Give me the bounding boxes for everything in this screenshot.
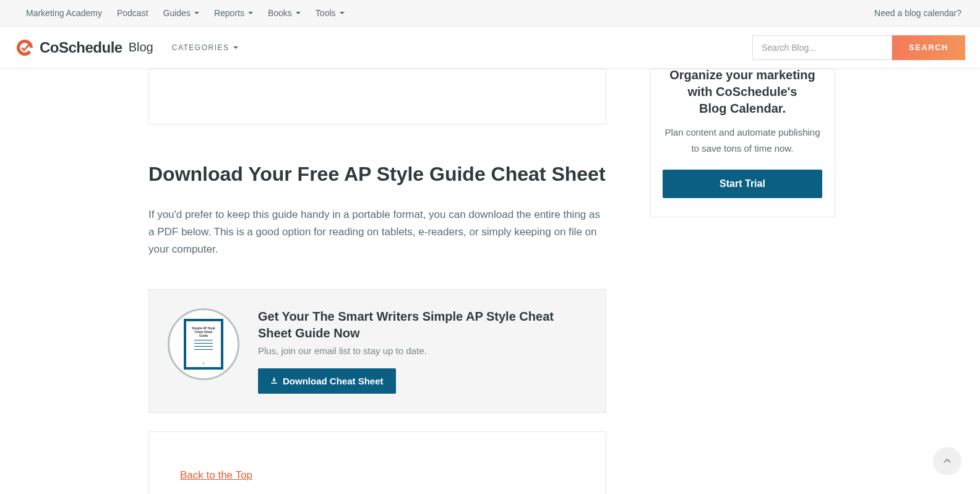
nav-label: Tools — [316, 8, 336, 18]
main-column: Download Your Free AP Style Guide Cheat … — [148, 69, 606, 494]
sidebar-column: Organize your marketing with CoSchedule'… — [650, 69, 835, 494]
nav-label: Guides — [163, 8, 191, 18]
search-area: SEARCH — [752, 35, 965, 60]
top-nav: Marketing Academy Podcast Guides Reports… — [0, 0, 980, 27]
nav-label: Marketing Academy — [26, 8, 102, 18]
logo-link[interactable]: CoSchedule Blog — [15, 38, 153, 58]
thumb-line — [194, 340, 213, 340]
logo-text: CoSchedule — [40, 39, 123, 56]
nav-blog-calendar-link[interactable]: Need a blog calendar? — [874, 8, 961, 18]
categories-label: CATEGORIES — [172, 43, 230, 52]
download-subtitle: Plus, join our email list to stay up to … — [258, 345, 587, 356]
download-title: Get Your The Smart Writers Simple AP Sty… — [258, 308, 587, 342]
back-link-box: Back to the Top — [148, 431, 606, 494]
nav-marketing-academy[interactable]: Marketing Academy — [19, 1, 110, 25]
nav-label: Books — [268, 8, 292, 18]
start-trial-button[interactable]: Start Trial — [663, 170, 822, 198]
thumb-title: Simple AP Style Cheat Sheet Guide — [190, 326, 217, 337]
logo-area: CoSchedule Blog CATEGORIES — [15, 38, 238, 58]
secondary-nav: CoSchedule Blog CATEGORIES SEARCH — [0, 27, 980, 69]
nav-right-label: Need a blog calendar? — [874, 8, 961, 18]
thumb-line — [194, 343, 213, 344]
content-box-partial — [148, 69, 606, 124]
nav-books[interactable]: Books — [260, 1, 308, 25]
chevron-down-icon — [233, 46, 238, 49]
thumb-footer: ■ — [203, 362, 204, 365]
nav-tools[interactable]: Tools — [308, 1, 352, 25]
chevron-down-icon — [194, 12, 199, 14]
promo-heading: Organize your marketing with CoSchedule'… — [663, 67, 822, 117]
svg-rect-0 — [272, 383, 277, 384]
promo-heading-line1: Organize your marketing — [669, 68, 815, 82]
search-input[interactable] — [752, 35, 892, 60]
content-wrap: Download Your Free AP Style Guide Cheat … — [14, 69, 966, 494]
scroll-to-top-button[interactable] — [933, 447, 961, 475]
chevron-down-icon — [248, 12, 253, 14]
promo-heading-line3: Blog Calendar. — [699, 102, 786, 115]
section-paragraph: If you'd prefer to keep this guide handy… — [148, 206, 606, 258]
top-nav-left: Marketing Academy Podcast Guides Reports… — [19, 1, 352, 25]
nav-guides[interactable]: Guides — [156, 1, 207, 25]
download-button-label: Download Cheat Sheet — [283, 376, 384, 386]
download-thumbnail: Simple AP Style Cheat Sheet Guide ■ — [168, 308, 239, 380]
download-info: Get Your The Smart Writers Simple AP Sty… — [258, 308, 587, 394]
promo-subtitle: Plan content and automate publishing to … — [663, 124, 822, 156]
back-to-top-link[interactable]: Back to the Top — [180, 469, 252, 481]
coschedule-logo-icon — [15, 38, 35, 58]
download-button[interactable]: Download Cheat Sheet — [258, 368, 396, 394]
section-heading: Download Your Free AP Style Guide Cheat … — [148, 162, 606, 188]
categories-dropdown[interactable]: CATEGORIES — [172, 43, 238, 52]
nav-label: Podcast — [117, 8, 148, 18]
chevron-down-icon — [296, 12, 301, 14]
promo-heading-line2: with CoSchedule's — [687, 85, 797, 98]
logo-blog-text: Blog — [129, 40, 153, 54]
promo-card: Organize your marketing with CoSchedule'… — [650, 69, 835, 217]
nav-podcast[interactable]: Podcast — [110, 1, 156, 25]
search-button[interactable]: SEARCH — [892, 35, 965, 60]
download-icon — [270, 377, 278, 384]
download-card: Simple AP Style Cheat Sheet Guide ■ Get … — [148, 289, 606, 413]
nav-label: Reports — [214, 8, 244, 18]
thumb-line — [194, 346, 213, 347]
nav-reports[interactable]: Reports — [207, 1, 260, 25]
document-icon: Simple AP Style Cheat Sheet Guide ■ — [184, 319, 223, 370]
chevron-down-icon — [340, 12, 345, 14]
chevron-up-icon — [942, 456, 952, 466]
thumb-line — [194, 349, 213, 350]
